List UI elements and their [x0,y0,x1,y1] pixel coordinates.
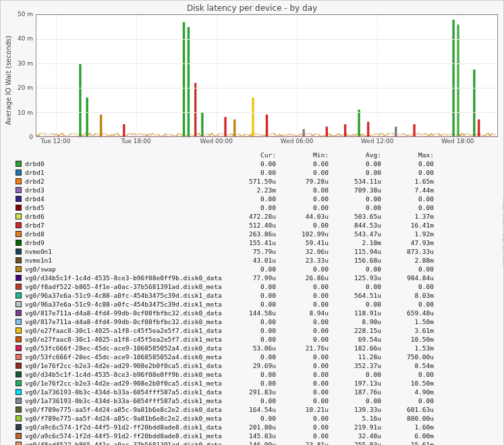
series-min: 0.00 [280,396,333,405]
series-min: 0.00 [280,388,333,396]
legend-row: vg0/a9c6c574-1f2d-44f5-91d2-ff20bdd8ade8… [16,423,498,431]
series-avg: 543.47u [333,230,385,238]
y-tick: 40 m [18,35,33,42]
series-avg: 139.33u [333,405,385,414]
series-cur: 43.01u [227,256,280,265]
series-max: 800.00u [385,414,438,423]
legend-swatch [16,301,22,307]
series-avg: 115.94u [333,247,385,256]
series-cur: 0.00 [227,396,280,405]
series-avg: 118.91u [333,309,385,317]
series-avg: 125.93u [333,273,385,282]
series-min: 0.00 [280,282,333,291]
series-max: 0.00 [385,300,438,309]
series-name: vg0/1e76f2cc-b2e3-4d2e-ad29-908e2b0f0ca5… [25,361,227,370]
series-name: drbd2 [25,177,227,186]
x-axis-ticks: Tue 12:00Tue 18:00Wed 00:00Wed 06:00Wed … [36,137,498,147]
series-name: drbd1 [25,168,227,177]
series-name: vg0/e27faac8-30c1-4025-a1f8-c45f5ea2e5f7… [25,335,227,344]
series-max: 1.92m [385,230,438,238]
legend-swatch [16,415,22,421]
series-name: vg0/d34b5c1f-1c4d-4535-8ce3-b96f08e0ff9b… [25,273,227,282]
series-max: 0.00 [385,282,438,291]
legend-row: vg0/53fc666f-28ec-45dc-ace9-1068585052a4… [16,344,498,352]
series-cur: 512.40u [227,221,280,230]
series-max: 2.88m [385,256,438,265]
series-avg: 0.00 [333,370,385,379]
legend-row: vg0/817e711a-d4a8-4fd4-99db-0cf08fbfbc32… [16,317,498,326]
series-cur: 144.58u [227,309,280,317]
series-name: vg0/swap [25,265,227,273]
series-cur: 145.83u [227,431,280,440]
legend-swatch [16,284,22,290]
series-max: 4.90m [385,388,438,396]
series-min: 0.00 [280,186,333,194]
series-cur: 0.00 [227,379,280,388]
x-tick: Wed 12:00 [361,138,393,145]
series-cur: 0.00 [227,203,280,212]
series-min: 0.00 [280,370,333,379]
legend-swatch [16,213,22,219]
col-min: Min: [280,151,333,159]
legend-swatch [16,310,22,316]
series-max: 47.93m [385,238,438,247]
y-tick: 30 m [18,60,33,67]
legend-row: vg0/e27faac8-30c1-4025-a1f8-c45f5ea2e5f7… [16,326,498,335]
y-axis-label: Average IO Wait (seconds) [1,14,16,147]
legend-row: vg0/f8adf522-b865-4f1e-a0ac-37b5681391ad… [16,282,498,291]
series-cur: 0.00 [227,265,280,273]
series-avg: 8.90u [333,317,385,326]
series-cur: 0.00 [227,194,280,203]
col-cur: Cur: [227,151,280,159]
series-avg: 156.68u [333,256,385,265]
series-name: vg0/d34b5c1f-1c4d-4535-8ce3-b96f08e0ff9b… [25,370,227,379]
series-min: 79.28u [280,177,333,186]
series-cur: 0.00 [227,352,280,361]
series-min: 26.86u [280,273,333,282]
legend-swatch [16,161,22,167]
series-min: 0.00 [280,431,333,440]
series-min: 44.03u [280,212,333,221]
legend-swatch [16,196,22,202]
series-avg: 0.00 [333,194,385,203]
series-min: 0.00 [280,291,333,300]
series-name: vg0/f789e775-aa5f-4d24-a85c-9a81b6e8c2e2… [25,405,227,414]
series-avg: 0.00 [333,265,385,273]
series-avg: 709.38u [333,186,385,194]
series-max: 0.00 [385,168,438,177]
legend-swatch [16,257,22,263]
series-cur: 164.54u [227,405,280,414]
legend-swatch [16,222,22,228]
legend-swatch [16,266,22,272]
series-min: 10.21u [280,405,333,414]
legend-swatch [16,398,22,404]
series-cur: 155.41u [227,238,280,247]
legend-swatch [16,389,22,395]
series-name: vg0/53fc666f-28ec-45dc-ace9-1068585052a4… [25,352,227,361]
series-name: drbd4 [25,194,227,203]
series-avg: 32.48u [333,431,385,440]
series-cur: 0.00 [227,159,280,168]
x-tick: Wed 18:00 [441,138,474,145]
y-axis-ticks: 010 m20 m30 m40 m50 m [16,14,34,137]
series-max: 984.84u [385,273,438,282]
legend-row: vg0/1e76f2cc-b2e3-4d2e-ad29-908e2b0f0ca5… [16,361,498,370]
series-avg: 5.16u [333,414,385,423]
series-cur: 53.06u [227,344,280,352]
legend-swatch [16,442,22,445]
series-min: 0.00 [280,194,333,203]
series-avg: 187.76u [333,388,385,396]
series-cur: 77.99u [227,273,280,282]
series-cur: 0.00 [227,291,280,300]
series-min: 0.00 [280,265,333,273]
series-min: 0.00 [280,159,333,168]
legend-row: vg0/swap0.000.000.000.00 [16,265,498,273]
col-avg: Avg: [333,151,385,159]
legend-swatch [16,275,22,281]
series-name: drbd7 [25,221,227,230]
series-max: 8.54m [385,361,438,370]
legend-row: drbd7512.40u0.00844.53u16.41m [16,221,498,230]
series-avg: 503.65u [333,212,385,221]
series-cur: 29.69u [227,361,280,370]
legend-row: vg0/1e76f2cc-b2e3-4d2e-ad29-908e2b0f0ca5… [16,379,498,388]
